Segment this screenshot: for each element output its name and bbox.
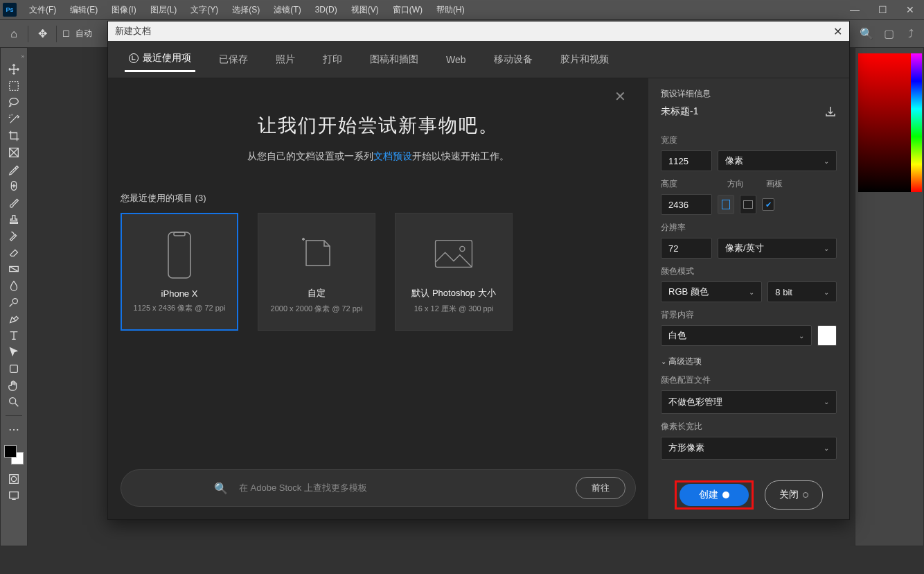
details-header: 预设详细信息 [661,88,837,100]
svg-rect-8 [10,475,19,484]
create-button[interactable]: 创建 [679,484,749,506]
home-icon[interactable]: ⌂ [6,26,22,42]
menu-item[interactable]: 选择(S) [225,1,267,19]
go-button[interactable]: 前往 [576,477,625,499]
tab-print[interactable]: 打印 [319,48,346,71]
menu-item[interactable]: 视图(V) [344,1,386,19]
portrait-button[interactable] [718,195,734,214]
svg-point-7 [10,398,16,404]
svg-point-1 [10,98,19,105]
dodge-tool-icon[interactable] [5,295,23,310]
crop-tool-icon[interactable] [5,128,23,144]
close-icon[interactable]: ✕ [833,25,842,38]
clock-icon [129,53,139,63]
preset-area: ✕ 让我们开始尝试新事物吧。 从您自己的文档设置或一系列文档预设开始以快速开始工… [108,78,648,519]
screen-mode-icon[interactable] [5,488,23,503]
right-panels [855,47,924,546]
move-tool-icon[interactable]: ✥ [34,26,51,42]
color-swatches[interactable] [4,445,24,464]
landscape-button[interactable] [740,195,756,214]
stamp-tool-icon[interactable] [5,211,23,227]
unit-select[interactable]: 像素⌄ [718,150,837,171]
magic-wand-tool-icon[interactable] [5,112,23,127]
background-color-chip[interactable] [817,325,837,346]
healing-tool-icon[interactable] [5,178,23,193]
dialog-title: 新建文档 [115,25,151,37]
menu-item[interactable]: 文字(Y) [184,1,225,19]
tab-web[interactable]: Web [442,49,470,71]
svg-rect-11 [168,232,190,278]
lasso-tool-icon[interactable] [5,95,23,110]
path-select-tool-icon[interactable] [5,345,23,360]
tab-art[interactable]: 图稿和插图 [366,48,423,71]
menu-item[interactable]: 编辑(E) [63,1,105,19]
hero-title: 让我们开始尝试新事物吧。 [141,113,615,138]
zoom-tool-icon[interactable] [5,394,23,410]
minimize-button[interactable]: — [841,0,869,19]
blur-tool-icon[interactable] [5,278,23,293]
menu-item[interactable]: 图像(I) [105,1,143,19]
search-icon: 🔍 [214,482,228,495]
svg-rect-13 [436,241,472,268]
menu-item[interactable]: 窗口(W) [386,1,429,19]
svg-rect-0 [10,82,19,91]
pen-tool-icon[interactable] [5,311,23,327]
artboard-checkbox[interactable]: ✔ [762,198,774,211]
preset-iphone-x[interactable]: iPhone X 1125 x 2436 像素 @ 72 ppi [121,213,238,331]
height-label: 高度 [661,178,712,190]
tab-mobile[interactable]: 移动设备 [490,48,537,71]
menu-item[interactable]: 3D(D) [308,2,344,17]
category-tabs: 最近使用项 已保存 照片 打印 图稿和插图 Web 移动设备 胶片和视频 [108,41,849,78]
tab-saved[interactable]: 已保存 [215,48,252,71]
preset-custom[interactable]: 自定 2000 x 2000 像素 @ 72 ppi [258,213,375,331]
type-tool-icon[interactable] [5,328,23,343]
window-controls: — ☐ ✕ [841,0,924,19]
frame-tool-icon[interactable] [5,145,23,160]
bit-depth-select[interactable]: 8 bit⌄ [767,281,837,302]
move-tool-icon[interactable] [5,62,23,77]
color-profile-select[interactable]: 不做色彩管理⌄ [661,390,837,414]
hand-tool-icon[interactable] [5,378,23,393]
tab-film[interactable]: 胶片和视频 [556,48,613,71]
workspace-icon[interactable]: ▢ [881,26,896,42]
expander-icon[interactable]: » [21,53,27,60]
menu-item[interactable]: 图层(L) [143,1,184,19]
pixel-aspect-select[interactable]: 方形像素⌄ [661,437,837,460]
resolution-label: 分辨率 [661,222,837,234]
gradient-tool-icon[interactable] [5,261,23,277]
preset-link[interactable]: 文档预设 [373,150,412,162]
menu-item[interactable]: 文件(F) [22,1,63,19]
eraser-tool-icon[interactable] [5,245,23,260]
share-icon[interactable]: ⤴ [903,26,918,42]
tab-recent[interactable]: 最近使用项 [125,46,195,72]
resolution-unit-select[interactable]: 像素/英寸⌄ [718,238,837,259]
color-mode-label: 颜色模式 [661,266,837,277]
preset-default-ps[interactable]: 默认 Photoshop 大小 16 x 12 厘米 @ 300 ppi [395,213,513,331]
close-hero-icon[interactable]: ✕ [614,88,626,105]
resolution-input[interactable]: 72 [661,238,712,259]
quick-mask-icon[interactable] [5,471,23,487]
advanced-toggle[interactable]: 高级选项 [661,356,837,367]
close-button[interactable]: 关闭 [765,480,823,510]
shape-tool-icon[interactable] [5,361,23,376]
hero-banner: ✕ 让我们开始尝试新事物吧。 从您自己的文档设置或一系列文档预设开始以快速开始工… [121,78,636,178]
marquee-tool-icon[interactable] [5,78,23,94]
save-preset-icon[interactable] [824,105,837,118]
close-button[interactable]: ✕ [896,0,924,19]
search-icon[interactable]: 🔍 [859,26,874,42]
menu-item[interactable]: 帮助(H) [429,1,472,19]
maximize-button[interactable]: ☐ [869,0,896,19]
background-select[interactable]: 白色⌄ [661,325,812,346]
edit-toolbar-icon[interactable]: ⋯ [5,421,23,437]
height-input[interactable]: 2436 [661,194,712,215]
color-mode-select[interactable]: RGB 颜色⌄ [661,281,762,302]
eyedropper-tool-icon[interactable] [5,162,23,177]
history-brush-tool-icon[interactable] [5,228,23,243]
width-input[interactable]: 1125 [661,150,712,171]
doc-name-input[interactable]: 未标题-1 [661,105,819,118]
tab-photo[interactable]: 照片 [272,48,299,71]
stock-search[interactable]: 🔍 在 Adobe Stock 上查找更多模板 前往 [121,469,636,507]
brush-tool-icon[interactable] [5,195,23,210]
menu-item[interactable]: 滤镜(T) [267,1,308,19]
color-panel[interactable] [858,53,921,192]
